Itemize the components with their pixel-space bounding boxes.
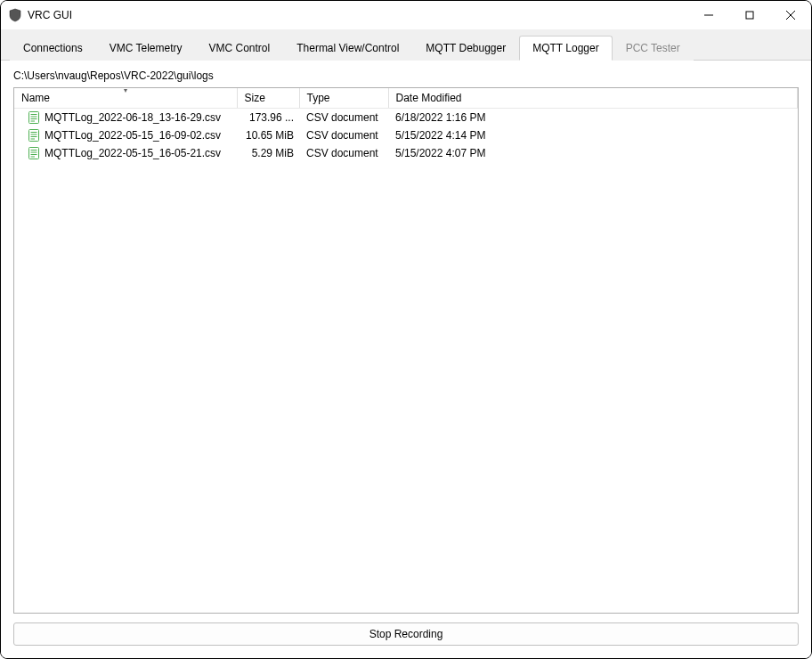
file-name-cell: MQTTLog_2022-05-15_16-09-02.csv: [14, 126, 237, 144]
stop-recording-button[interactable]: Stop Recording: [13, 622, 799, 646]
tab-content: C:\Users\nvaug\Repos\VRC-2022\gui\logs N…: [1, 61, 811, 658]
file-table: Name ▾ Size Type Date Modified MQTTLog_2…: [14, 88, 798, 162]
close-button[interactable]: [770, 1, 811, 29]
column-header-name-label: Name: [21, 92, 50, 104]
file-size-cell: 173.96 ...: [237, 109, 299, 127]
tab-thermal-view-control[interactable]: Thermal View/Control: [283, 36, 412, 61]
column-header-type-label: Type: [307, 92, 330, 104]
table-row[interactable]: MQTTLog_2022-05-15_16-09-02.csv10.65 MiB…: [14, 126, 798, 144]
file-name-label: MQTTLog_2022-06-18_13-16-29.csv: [45, 111, 221, 124]
file-name-cell: MQTTLog_2022-05-15_16-05-21.csv: [14, 144, 237, 162]
sort-indicator-icon: ▾: [124, 87, 127, 94]
tab-mqtt-debugger[interactable]: MQTT Debugger: [412, 36, 519, 61]
path-label: C:\Users\nvaug\Repos\VRC-2022\gui\logs: [13, 66, 799, 87]
file-name-label: MQTTLog_2022-05-15_16-05-21.csv: [45, 147, 221, 159]
svg-rect-1: [746, 12, 753, 19]
window-controls: [688, 1, 811, 29]
file-size-cell: 5.29 MiB: [237, 144, 299, 162]
app-icon: [8, 8, 22, 22]
file-date-cell: 5/15/2022 4:07 PM: [388, 144, 798, 162]
column-header-date-label: Date Modified: [396, 92, 462, 104]
table-row[interactable]: MQTTLog_2022-05-15_16-05-21.csv5.29 MiBC…: [14, 144, 798, 162]
titlebar: VRC GUI: [1, 1, 811, 29]
svg-rect-9: [29, 130, 39, 142]
tab-vmc-control[interactable]: VMC Control: [196, 36, 284, 61]
file-list-panel[interactable]: Name ▾ Size Type Date Modified MQTTLog_2…: [13, 87, 799, 614]
minimize-button[interactable]: [688, 1, 729, 29]
window-title: VRC GUI: [28, 9, 688, 21]
file-type-cell: CSV document: [299, 109, 388, 127]
csv-file-icon: [27, 110, 41, 125]
csv-file-icon: [27, 146, 41, 160]
column-header-size-label: Size: [245, 92, 265, 104]
table-row[interactable]: MQTTLog_2022-06-18_13-16-29.csv173.96 ..…: [14, 109, 798, 127]
tab-mqtt-logger[interactable]: MQTT Logger: [519, 36, 612, 61]
maximize-button[interactable]: [729, 1, 770, 29]
svg-rect-14: [29, 148, 39, 159]
tab-vmc-telemetry[interactable]: VMC Telemetry: [96, 36, 196, 61]
csv-file-icon: [27, 128, 41, 142]
file-name-cell: MQTTLog_2022-06-18_13-16-29.csv: [14, 109, 237, 126]
column-header-type[interactable]: Type: [299, 88, 388, 109]
column-header-size[interactable]: Size: [237, 88, 299, 109]
tab-bar: ConnectionsVMC TelemetryVMC ControlTherm…: [1, 29, 811, 61]
file-date-cell: 6/18/2022 1:16 PM: [388, 109, 798, 127]
svg-rect-4: [29, 112, 39, 124]
file-size-cell: 10.65 MiB: [237, 126, 299, 144]
column-header-date[interactable]: Date Modified: [388, 88, 798, 109]
column-header-name[interactable]: Name ▾: [14, 88, 237, 109]
file-name-label: MQTTLog_2022-05-15_16-09-02.csv: [45, 129, 221, 142]
tab-pcc-tester: PCC Tester: [613, 36, 694, 61]
tab-connections[interactable]: Connections: [10, 36, 96, 61]
file-type-cell: CSV document: [299, 144, 388, 162]
file-date-cell: 5/15/2022 4:14 PM: [388, 126, 798, 144]
file-type-cell: CSV document: [299, 126, 388, 144]
